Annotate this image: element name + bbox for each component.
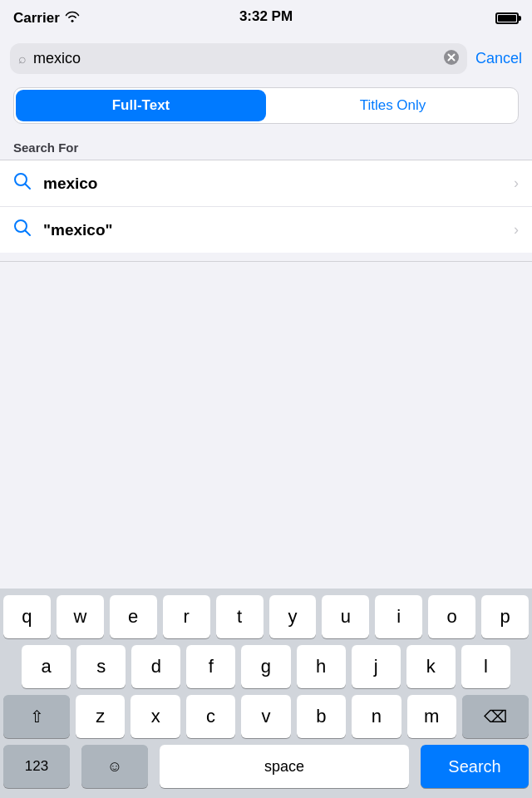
key-n[interactable]: n bbox=[352, 695, 401, 738]
key-x[interactable]: x bbox=[131, 695, 180, 738]
key-c[interactable]: c bbox=[186, 695, 235, 738]
key-f[interactable]: f bbox=[186, 645, 235, 688]
key-m[interactable]: m bbox=[407, 695, 456, 738]
carrier-label: Carrier bbox=[13, 10, 60, 27]
key-s[interactable]: s bbox=[76, 645, 126, 688]
key-p[interactable]: p bbox=[481, 595, 529, 638]
key-u[interactable]: u bbox=[322, 595, 369, 638]
status-bar: Carrier 3:32 PM bbox=[0, 0, 532, 37]
key-k[interactable]: k bbox=[406, 645, 456, 688]
seg-titles-only[interactable]: Titles Only bbox=[268, 88, 518, 123]
list-search-icon-2 bbox=[13, 219, 32, 241]
clear-button[interactable] bbox=[444, 50, 459, 67]
list-item-text-1: mexico bbox=[43, 175, 502, 193]
key-q[interactable]: q bbox=[3, 595, 51, 638]
status-time: 3:32 PM bbox=[239, 8, 293, 25]
key-a[interactable]: a bbox=[22, 645, 71, 688]
key-b[interactable]: b bbox=[297, 695, 346, 738]
key-j[interactable]: j bbox=[352, 645, 401, 688]
chevron-icon-1: › bbox=[514, 175, 519, 192]
num-key[interactable]: 123 bbox=[3, 745, 70, 788]
seg-full-text[interactable]: Full-Text bbox=[16, 90, 266, 121]
svg-line-6 bbox=[26, 231, 31, 236]
search-bar: ⌕ Cancel bbox=[0, 37, 532, 81]
search-results-list: mexico › "mexico" › bbox=[0, 160, 532, 253]
battery-area bbox=[495, 12, 519, 24]
segmented-control: Full-Text Titles Only bbox=[13, 87, 519, 124]
search-input-wrapper: ⌕ bbox=[10, 43, 467, 74]
list-item[interactable]: "mexico" › bbox=[0, 207, 532, 253]
emoji-key[interactable]: ☺ bbox=[81, 745, 148, 788]
chevron-icon-2: › bbox=[514, 221, 519, 239]
space-key[interactable]: space bbox=[160, 745, 409, 788]
key-g[interactable]: g bbox=[241, 645, 290, 688]
delete-key[interactable]: ⌫ bbox=[462, 695, 529, 738]
cancel-button[interactable]: Cancel bbox=[475, 47, 522, 71]
wifi-icon bbox=[65, 10, 80, 27]
list-item-text-2: "mexico" bbox=[43, 221, 502, 239]
content-spacer bbox=[0, 261, 532, 328]
key-r[interactable]: r bbox=[163, 595, 210, 638]
key-l[interactable]: l bbox=[461, 645, 510, 688]
key-i[interactable]: i bbox=[375, 595, 422, 638]
keyboard: q w e r t y u i o p a s d f g h j k l ⇧ … bbox=[0, 589, 532, 798]
svg-line-4 bbox=[26, 185, 31, 190]
shift-key[interactable]: ⇧ bbox=[3, 695, 70, 738]
keyboard-row-3: ⇧ z x c v b n m ⌫ bbox=[0, 688, 532, 738]
key-v[interactable]: v bbox=[241, 695, 290, 738]
section-header: Search For bbox=[0, 131, 532, 160]
list-search-icon-1 bbox=[13, 172, 32, 195]
keyboard-bottom-row: 123 ☺ space Search bbox=[0, 738, 532, 798]
search-icon: ⌕ bbox=[18, 52, 27, 66]
key-z[interactable]: z bbox=[76, 695, 125, 738]
battery-icon bbox=[495, 12, 519, 24]
key-y[interactable]: y bbox=[269, 595, 317, 638]
search-input[interactable] bbox=[33, 50, 437, 67]
key-h[interactable]: h bbox=[297, 645, 346, 688]
key-t[interactable]: t bbox=[216, 595, 264, 638]
search-key[interactable]: Search bbox=[421, 745, 529, 788]
keyboard-row-2: a s d f g h j k l bbox=[0, 638, 532, 688]
key-e[interactable]: e bbox=[110, 595, 157, 638]
carrier-info: Carrier bbox=[13, 10, 80, 27]
keyboard-row-1: q w e r t y u i o p bbox=[0, 589, 532, 638]
key-w[interactable]: w bbox=[57, 595, 104, 638]
key-d[interactable]: d bbox=[131, 645, 180, 688]
list-item[interactable]: mexico › bbox=[0, 160, 532, 207]
key-o[interactable]: o bbox=[428, 595, 475, 638]
